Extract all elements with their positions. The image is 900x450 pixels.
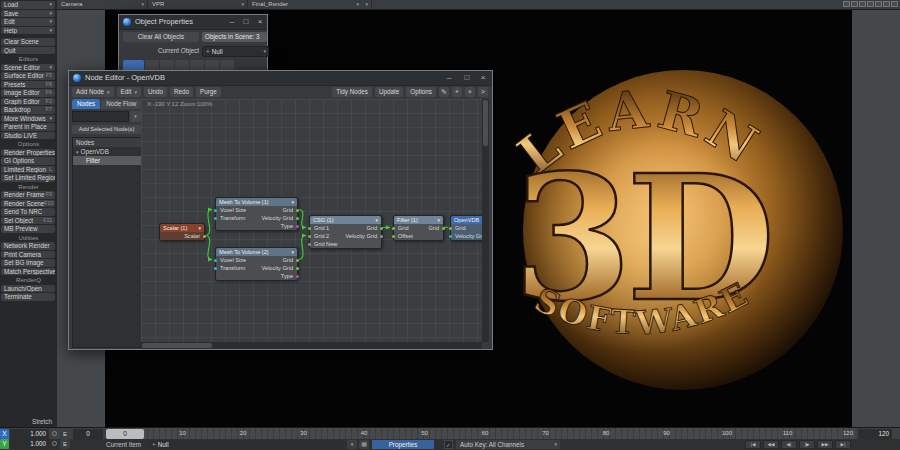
y-value-field[interactable]: 1.000 xyxy=(10,439,49,449)
tab-nodes[interactable]: Nodes xyxy=(72,99,100,109)
viewport-layout-icon[interactable] xyxy=(875,1,882,7)
toolbar-button-purge[interactable]: Purge xyxy=(196,87,221,97)
maximize-icon[interactable]: □ xyxy=(460,71,474,85)
sidebar-item-image-editor[interactable]: Image EditorF6 xyxy=(1,89,55,97)
tree-root-item[interactable]: Nodes xyxy=(73,138,141,147)
properties-tab[interactable] xyxy=(205,60,219,70)
collapse-arrow-icon[interactable]: > xyxy=(478,87,488,97)
viewport-layout-icon[interactable] xyxy=(859,1,866,7)
sidebar-item-sel-object[interactable]: Sel ObjectF11 xyxy=(1,217,55,225)
graph-node-mtv1[interactable]: Mesh To Volume (1)▾Voxel SizeGridTransfo… xyxy=(215,197,298,231)
sidebar-item-save[interactable]: Save▾ xyxy=(1,10,55,18)
sidebar-item-limited-region[interactable]: Limited RegionL xyxy=(1,166,55,174)
node-header[interactable]: OpenVDB▾ xyxy=(451,216,482,224)
render-preset-dropdown[interactable]: Final_Render ▾ ▾ xyxy=(248,0,372,9)
object-properties-titlebar[interactable]: Object Properties – □ × xyxy=(119,15,267,30)
sidebar-item-set-limited-region[interactable]: Set Limited Region xyxy=(1,174,55,182)
pan-icon[interactable]: + xyxy=(452,87,462,97)
sidebar-item-gi-options[interactable]: GI Options xyxy=(1,157,55,165)
toolbar-button-undo[interactable]: Undo xyxy=(144,87,167,97)
sidebar-item-render-frame[interactable]: Render FrameF9 xyxy=(1,191,55,199)
sidebar-item-set-bg-image[interactable]: Set BG Image xyxy=(1,259,55,267)
viewport-layout-icon[interactable] xyxy=(851,1,858,7)
search-dropdown-button[interactable]: ▾ xyxy=(130,111,141,122)
current-object-dropdown[interactable]: +Null ▾ xyxy=(202,46,269,57)
node-graph-canvas[interactable]: X:-190 Y:12 Zoom:100% Scalar (1)▾ScalarM… xyxy=(141,99,482,342)
x-value-field[interactable]: 1.000 xyxy=(10,429,49,439)
sidebar-item-graph-editor[interactable]: Graph EditorF2 xyxy=(1,98,55,106)
toolbar-button-options[interactable]: Options xyxy=(406,87,436,97)
view-mode-dropdown[interactable]: Camera ▾ xyxy=(57,0,148,9)
end-frame-field[interactable]: 120 xyxy=(858,429,892,439)
grid-icon[interactable]: ▦ xyxy=(359,440,369,449)
graph-node-scalar1[interactable]: Scalar (1)▾Scalar xyxy=(159,223,205,241)
pencil-icon[interactable]: ✎ xyxy=(439,87,449,97)
sidebar-item-print-camera[interactable]: Print Camera xyxy=(1,251,55,259)
tree-child-item-selected[interactable]: Filter xyxy=(73,156,141,165)
toolbar-button-edit[interactable]: Edit▾ xyxy=(117,87,141,97)
node-header[interactable]: Mesh To Volume (2)▾ xyxy=(216,248,297,256)
sidebar-item-load[interactable]: Load▾ xyxy=(1,1,55,9)
node-search-input[interactable] xyxy=(72,111,129,122)
toolbar-button-tidy-nodes[interactable]: Tidy Nodes xyxy=(332,87,372,97)
toolbar-button-update[interactable]: Update xyxy=(375,87,403,97)
autokey-checkbox[interactable]: ✓ xyxy=(444,440,453,449)
node-header[interactable]: Mesh To Volume (1)▾ xyxy=(216,198,297,206)
clear-all-objects-button[interactable]: Clear All Objects xyxy=(123,32,199,42)
sidebar-item-presets[interactable]: PresetsF8 xyxy=(1,81,55,89)
current-frame-field[interactable]: 0 xyxy=(73,429,103,439)
sidebar-item-render-properties[interactable]: Render Properties xyxy=(1,149,55,157)
magnifier-icon[interactable]: ⚬ xyxy=(465,87,475,97)
close-icon[interactable]: × xyxy=(476,71,490,85)
sidebar-item-clear-scene[interactable]: Clear Scene xyxy=(1,38,55,46)
graph-horizontal-scrollbar[interactable] xyxy=(141,342,482,349)
add-selected-nodes-button[interactable]: Add Selected Node(s) xyxy=(72,125,141,134)
viewport-layout-icon[interactable] xyxy=(883,1,890,7)
tree-group-item[interactable]: ▾OpenVDB xyxy=(73,147,141,156)
graph-node-filter1[interactable]: Filter (1)▾GridGridOffset xyxy=(393,215,444,241)
graph-node-csg1[interactable]: CSG (1)▾Grid 1GridGrid 2Velocity GridGri… xyxy=(309,215,382,249)
shade-mode-dropdown[interactable]: VPR ▾ xyxy=(148,0,248,9)
channel-cycle-icon[interactable] xyxy=(52,431,57,436)
properties-tab[interactable] xyxy=(160,60,174,70)
sidebar-item-surface-editor[interactable]: Surface EditorF5 xyxy=(1,72,55,80)
sidebar-item-parent-in-place[interactable]: Parent in Place xyxy=(1,123,55,131)
current-item-dropdown[interactable]: +Null xyxy=(148,440,344,449)
properties-tab[interactable] xyxy=(145,60,159,70)
node-header[interactable]: Filter (1)▾ xyxy=(394,216,443,224)
properties-tab[interactable] xyxy=(190,60,204,70)
sidebar-item-help[interactable]: Help▾ xyxy=(1,27,55,35)
node-editor-titlebar[interactable]: Node Editor - OpenVDB – □ × xyxy=(69,71,492,86)
transport-button[interactable]: ◀| xyxy=(781,440,797,449)
sidebar-item-more-windows[interactable]: More Windows▾ xyxy=(1,115,55,123)
viewport-layout-icon[interactable] xyxy=(891,1,898,7)
sidebar-item-mb-preview[interactable]: MB Preview xyxy=(1,225,55,233)
graph-node-mtv2[interactable]: Mesh To Volume (2)▾Voxel SizeGridTransfo… xyxy=(215,247,298,281)
graph-node-openvdb[interactable]: OpenVDB▾GridVelocity Grid xyxy=(450,215,482,241)
sidebar-item-render-scene[interactable]: Render SceneF10 xyxy=(1,200,55,208)
item-chevron-button[interactable]: ▾ xyxy=(347,440,357,449)
sidebar-item-backdrop[interactable]: BackdropF7 xyxy=(1,106,55,114)
sidebar-item-send-to-nrc[interactable]: Send To NRC xyxy=(1,208,55,216)
maximize-icon[interactable]: □ xyxy=(239,15,253,29)
minimize-icon[interactable]: – xyxy=(442,71,456,85)
y-axis-badge[interactable]: Y xyxy=(0,439,9,449)
x-axis-badge[interactable]: X xyxy=(0,429,9,439)
autokey-dropdown[interactable]: Auto Key: All Channels▾ xyxy=(456,440,560,449)
sidebar-item-network-render[interactable]: Network Render xyxy=(1,242,55,250)
properties-tab[interactable] xyxy=(123,60,144,70)
close-icon[interactable]: × xyxy=(253,15,267,29)
transport-button[interactable]: ◀◀ xyxy=(763,440,779,449)
sidebar-item-match-perspective[interactable]: Match Perspective xyxy=(1,268,55,276)
toolbar-button-add-node[interactable]: Add Node▾ xyxy=(72,87,114,97)
x-envelope-button[interactable]: E xyxy=(60,429,70,439)
channel-cycle-icon[interactable] xyxy=(52,441,57,446)
sidebar-item-quit[interactable]: Quit xyxy=(1,47,55,55)
sidebar-item-studio-live[interactable]: Studio LIVE xyxy=(1,132,55,140)
minimize-icon[interactable]: – xyxy=(225,15,239,29)
properties-tab[interactable] xyxy=(220,60,234,70)
transport-button[interactable]: |▶ xyxy=(799,440,815,449)
tab-node-flow[interactable]: Node Flow xyxy=(101,99,141,109)
sidebar-item-scene-editor[interactable]: Scene Editor▾ xyxy=(1,64,55,72)
transport-button[interactable]: ▶▶ xyxy=(817,440,833,449)
